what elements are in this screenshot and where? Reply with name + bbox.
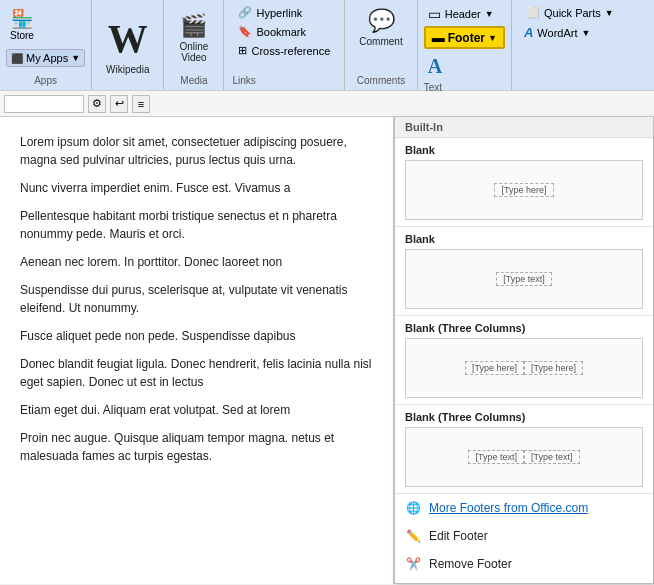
footer-preview-text-3b: [Type here] (524, 361, 583, 375)
para-4: Aenean nec lorem. In porttitor. Donec la… (20, 253, 373, 271)
remove-footer-label: Remove Footer (429, 557, 512, 571)
footer-preview-4: [Type text] [Type text] (405, 427, 643, 487)
para-9: Proin nec augue. Quisque aliquam tempor … (20, 429, 373, 465)
para-6: Fusce aliquet pede non pede. Suspendisse… (20, 327, 373, 345)
footer-item-label-1: Blank (405, 144, 643, 156)
para-5: Suspendisse dui purus, scelerisque at, v… (20, 281, 373, 317)
quick-parts-button[interactable]: ⬜ Quick Parts ▼ (520, 4, 620, 21)
store-button[interactable]: 🏪 Store (6, 4, 38, 45)
remove-footer-menu-item[interactable]: ✂️ Remove Footer (395, 550, 653, 578)
wordart-icon: A (524, 25, 533, 40)
ribbon-top: 🏪 Store ⬛ My Apps ▼ Apps W Wikipedia (0, 0, 654, 90)
cross-ref-icon: ⊞ (238, 44, 247, 57)
footer-item-three-col-2[interactable]: Blank (Three Columns) [Type text] [Type … (395, 405, 653, 494)
footer-preview-2: [Type text] (405, 249, 643, 309)
ribbon-group-quickparts: ⬜ Quick Parts ▼ A WordArt ▼ (512, 0, 628, 90)
ribbon-group-header-footer: ▭ Header ▼ ▬ Footer ▼ A Text (418, 0, 512, 90)
media-items: 🎬 Online Video (174, 4, 215, 71)
para-2: Nunc viverra imperdiet enim. Fusce est. … (20, 179, 373, 197)
style-input[interactable] (4, 95, 84, 113)
footer-button[interactable]: ▬ Footer ▼ (424, 26, 505, 49)
ribbon-group-media: 🎬 Online Video Media (164, 0, 224, 90)
edit-footer-icon: ✏️ (405, 528, 421, 544)
bookmark-button[interactable]: 🔖 Bookmark (232, 23, 336, 40)
hyperlink-button[interactable]: 🔗 Hyperlink (232, 4, 336, 21)
footer-preview-text-4b: [Type text] (524, 450, 580, 464)
wikipedia-button[interactable]: W Wikipedia (100, 11, 155, 79)
ribbon-group-wikipedia: W Wikipedia (92, 0, 164, 90)
footer-preview-3: [Type here] [Type here] (405, 338, 643, 398)
comment-icon: 💬 (368, 8, 395, 34)
my-apps-button[interactable]: ⬛ My Apps ▼ (6, 49, 85, 67)
bookmark-icon: 🔖 (238, 25, 252, 38)
ribbon-group-links: 🔗 Hyperlink 🔖 Bookmark ⊞ Cross-reference… (224, 0, 345, 90)
header-button[interactable]: ▭ Header ▼ (424, 4, 505, 24)
document-area: Lorem ipsum dolor sit amet, consectetuer… (0, 117, 394, 584)
footer-preview-text-2: [Type text] (496, 272, 552, 286)
footer-item-label-2: Blank (405, 233, 643, 245)
footer-preview-text-3a: [Type here] (465, 361, 524, 375)
footer-dropdown: Built-In Blank [Type here] Blank [Type t… (394, 117, 654, 584)
online-video-button[interactable]: 🎬 Online Video (174, 9, 215, 67)
footer-item-three-col-1[interactable]: Blank (Three Columns) [Type here] [Type … (395, 316, 653, 405)
quickparts-icon: ⬜ (526, 6, 540, 19)
save-selection-menu-item[interactable]: 💾 Save Selection to Footer Gallery... (395, 578, 653, 584)
ribbon-group-comments: 💬 Comment Comments (345, 0, 417, 90)
para-1: Lorem ipsum dolor sit amet, consectetuer… (20, 133, 373, 169)
ribbon-group-apps: 🏪 Store ⬛ My Apps ▼ Apps (0, 0, 92, 90)
footer-preview-text-1: [Type here] (494, 183, 553, 197)
toolbar-btn-1[interactable]: ⚙ (88, 95, 106, 113)
hyperlink-icon: 🔗 (238, 6, 252, 19)
toolbar-btn-3[interactable]: ≡ (132, 95, 150, 113)
more-footers-menu-item[interactable]: 🌐 More Footers from Office.com (395, 494, 653, 522)
footer-icon: ▬ (432, 30, 445, 45)
more-footers-icon: 🌐 (405, 500, 421, 516)
footer-item-blank-2[interactable]: Blank [Type text] (395, 227, 653, 316)
edit-footer-label: Edit Footer (429, 529, 488, 543)
wikipedia-icon: W (108, 15, 148, 62)
text-icon: A (428, 55, 442, 78)
footer-preview-1: [Type here] (405, 160, 643, 220)
text-button[interactable]: A (424, 53, 505, 80)
para-8: Etiam eget dui. Aliquam erat volutpat. S… (20, 401, 373, 419)
main-area: Lorem ipsum dolor sit amet, consectetuer… (0, 117, 654, 584)
toolbar: ⚙ ↩ ≡ (0, 91, 654, 117)
links-col: 🔗 Hyperlink 🔖 Bookmark ⊞ Cross-reference (232, 4, 336, 71)
video-icon: 🎬 (180, 13, 207, 39)
built-in-label: Built-In (395, 117, 653, 138)
footer-preview-text-4a: [Type text] (468, 450, 524, 464)
header-icon: ▭ (428, 6, 441, 22)
ribbon: 🏪 Store ⬛ My Apps ▼ Apps W Wikipedia (0, 0, 654, 91)
more-footers-label: More Footers from Office.com (429, 501, 588, 515)
toolbar-btn-2[interactable]: ↩ (110, 95, 128, 113)
footer-item-label-4: Blank (Three Columns) (405, 411, 643, 423)
text-group-label: Text (424, 82, 505, 93)
edit-footer-menu-item[interactable]: ✏️ Edit Footer (395, 522, 653, 550)
wordart-button[interactable]: A WordArt ▼ (520, 23, 620, 42)
para-3: Pellentesque habitant morbi tristique se… (20, 207, 373, 243)
footer-item-label-3: Blank (Three Columns) (405, 322, 643, 334)
wikipedia-items: W Wikipedia (100, 4, 155, 86)
footer-item-blank-1[interactable]: Blank [Type here] (395, 138, 653, 227)
remove-footer-icon: ✂️ (405, 556, 421, 572)
cross-reference-button[interactable]: ⊞ Cross-reference (232, 42, 336, 59)
para-7: Donec blandit feugiat ligula. Donec hend… (20, 355, 373, 391)
comment-button[interactable]: 💬 Comment (353, 4, 408, 51)
apps-top: 🏪 Store (6, 4, 85, 45)
apps-group-label: Apps (6, 75, 85, 86)
